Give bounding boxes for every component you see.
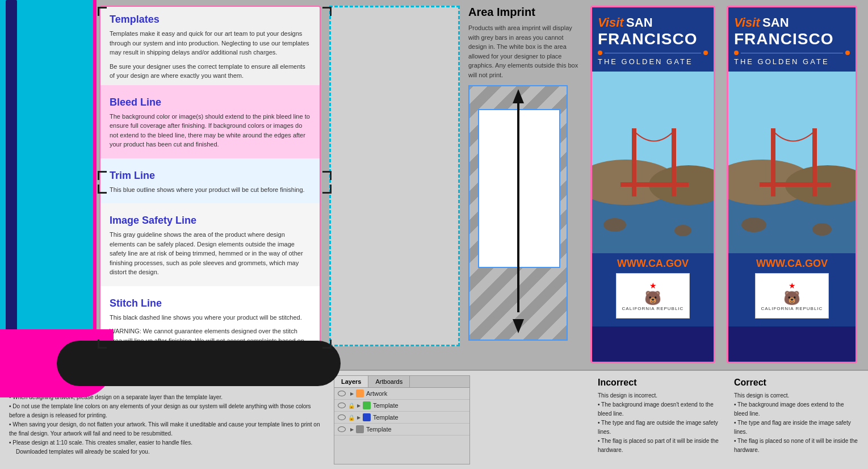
layer-thumbnail-template1 [363, 401, 371, 409]
bridge-svg-2 [728, 72, 856, 253]
layers-tabs: Layers Artboards [334, 376, 469, 388]
eye-icon-template3[interactable] [338, 426, 346, 432]
safety-body: This gray guideline shows the area of th… [110, 230, 311, 277]
svg-point-11 [674, 225, 691, 236]
trim-section: Trim Line This blue outline shows where … [100, 158, 320, 204]
arrow-icon-template2: ▶ [357, 415, 360, 420]
san-francisco-text-2: FRANCISCO [734, 30, 850, 48]
ca-star-2: ★ [789, 281, 796, 290]
layers-panel: Layers Artboards ▶ Artwork 🔒 ▶ Template [334, 375, 470, 464]
layers-tab-artboards[interactable]: Artboards [368, 376, 410, 387]
bridge-image-2 [728, 72, 856, 253]
san-francisco-text-1: FRANCISCO [598, 30, 708, 48]
arrow-icon-template3: ▶ [350, 427, 354, 432]
instructions-panel: Templates Templates make it easy and qui… [99, 6, 321, 346]
design-card-bottom-1: WWW.CA.GOV ★ 🐻 CALIFORNIA REPUBLIC [592, 253, 714, 326]
layer-row-template-3: ▶ Template [334, 424, 469, 436]
important-bullet-2: • Do not use the template line colors on… [9, 402, 320, 420]
www-text-1: WWW.CA.GOV [598, 258, 708, 270]
orange-dot-4 [845, 51, 850, 55]
svg-point-10 [603, 218, 626, 232]
design-card-top-correct: Visit SAN FRANCISCO THE GOLDEN GATE [728, 7, 856, 72]
www-text-2: WWW.CA.GOV [734, 258, 850, 270]
left-strip-inner [6, 0, 17, 341]
ca-flag-area-1: ★ 🐻 CALIFORNIA REPUBLIC [616, 273, 690, 319]
safety-section: Image Safety Line This gray guideline sh… [100, 203, 320, 286]
lock-icon-template1: 🔒 [348, 403, 355, 409]
ca-republic-text-2: CALIFORNIA REPUBLIC [761, 306, 823, 311]
orange-dot-1 [598, 51, 602, 55]
dot-separator-2 [741, 53, 843, 53]
stitch-title: Stitch Line [110, 298, 311, 309]
important-bullet-5: Downloaded templates will already be sca… [9, 447, 320, 457]
ca-star-1: ★ [649, 281, 657, 290]
bleed-title: Bleed Line [110, 97, 311, 108]
templates-section: Templates Templates make it easy and qui… [110, 14, 311, 81]
eye-icon-template1[interactable] [338, 403, 346, 408]
incorrect-title: Incorrect [598, 378, 723, 388]
bottom-spacer [475, 371, 589, 469]
ca-flag-area-2: ★ 🐻 CALIFORNIA REPUBLIC [755, 273, 829, 319]
eye-icon-template2[interactable] [338, 414, 346, 420]
svg-rect-1 [517, 102, 519, 312]
layer-row-template-1: 🔒 ▶ Template [334, 400, 469, 412]
svg-marker-0 [513, 89, 524, 103]
bleed-section: Bleed Line The background color or image… [100, 85, 320, 158]
eye-icon-artwork[interactable] [338, 391, 346, 396]
svg-rect-9 [620, 182, 689, 187]
design-card-bottom-2: WWW.CA.GOV ★ 🐻 CALIFORNIA REPUBLIC [728, 253, 856, 326]
ca-bear-1: 🐻 [644, 290, 661, 306]
layers-tab-layers[interactable]: Layers [334, 376, 368, 387]
incorrect-panel: Incorrect This design is incorrect. • Th… [598, 378, 723, 462]
area-imprint-arrow [510, 86, 527, 336]
orange-dot-3 [734, 51, 739, 55]
template-preview [329, 6, 460, 346]
incorrect-text: This design is incorrect. • The backgrou… [598, 391, 723, 455]
important-bullet-4: • Please design at 1:10 scale. This crea… [9, 438, 320, 447]
layer-thumbnail-template2 [363, 413, 371, 421]
svg-point-19 [741, 217, 766, 232]
lock-icon-template2: 🔒 [348, 414, 355, 421]
arrow-icon-template1: ▶ [357, 403, 360, 408]
templates-body1: Templates make it easy and quick for our… [110, 29, 311, 57]
dark-bottom-shape [57, 341, 341, 386]
area-imprint-body: Products with area imprint will display … [468, 23, 579, 79]
svg-point-20 [812, 223, 832, 236]
design-card-correct: Visit SAN FRANCISCO THE GOLDEN GATE [727, 6, 857, 363]
layer-thumbnail-artwork [356, 390, 364, 397]
golden-gate-text-1: THE GOLDEN GATE [598, 57, 708, 66]
left-strip [0, 0, 97, 375]
dot-separator-1 [605, 53, 701, 53]
layer-thumbnail-template3 [356, 425, 364, 433]
bleed-body: The background color or image(s) should … [110, 112, 311, 149]
templates-body2: Be sure your designer uses the correct t… [110, 62, 311, 81]
correct-panel: Correct This design is correct. • The ba… [734, 378, 859, 462]
correct-title: Correct [734, 378, 859, 388]
stitch-body: This black dashed line shows you where y… [110, 313, 311, 323]
bridge-svg-1 [592, 72, 714, 253]
correct-text: This design is correct. • The background… [734, 391, 859, 455]
svg-rect-3 [592, 72, 714, 174]
golden-gate-text-2: THE GOLDEN GATE [734, 57, 850, 66]
layer-row-template-2: 🔒 ▶ Template [334, 412, 469, 424]
layer-name-artwork: Artwork [366, 390, 387, 397]
stitch-section: Stitch Line This black dashed line shows… [100, 286, 320, 347]
dot-line-2 [734, 51, 850, 55]
svg-rect-12 [728, 72, 856, 174]
ca-bear-2: 🐻 [783, 290, 800, 306]
trim-title: Trim Line [110, 170, 311, 182]
ca-republic-text-1: CALIFORNIA REPUBLIC [622, 306, 684, 311]
important-text: • When designing artwork, please design … [9, 393, 320, 457]
area-imprint-visual [468, 85, 568, 341]
orange-dot-2 [703, 51, 708, 55]
important-bullet-3: • When saving your design, do not flatte… [9, 420, 320, 438]
visit-text-1: Visit [598, 15, 624, 30]
design-card-incorrect: Visit SAN FRANCISCO THE GOLDEN GATE [590, 6, 715, 363]
incorrect-correct-area: Incorrect This design is incorrect. • Th… [589, 371, 868, 469]
trim-body: This blue outline shows where your produ… [110, 185, 311, 195]
templates-title: Templates [110, 14, 311, 26]
layer-name-template2: Template [373, 414, 399, 421]
dot-line-1 [598, 51, 708, 55]
arrow-icon-artwork: ▶ [350, 391, 354, 396]
design-card-top-incorrect: Visit SAN FRANCISCO THE GOLDEN GATE [592, 7, 714, 72]
